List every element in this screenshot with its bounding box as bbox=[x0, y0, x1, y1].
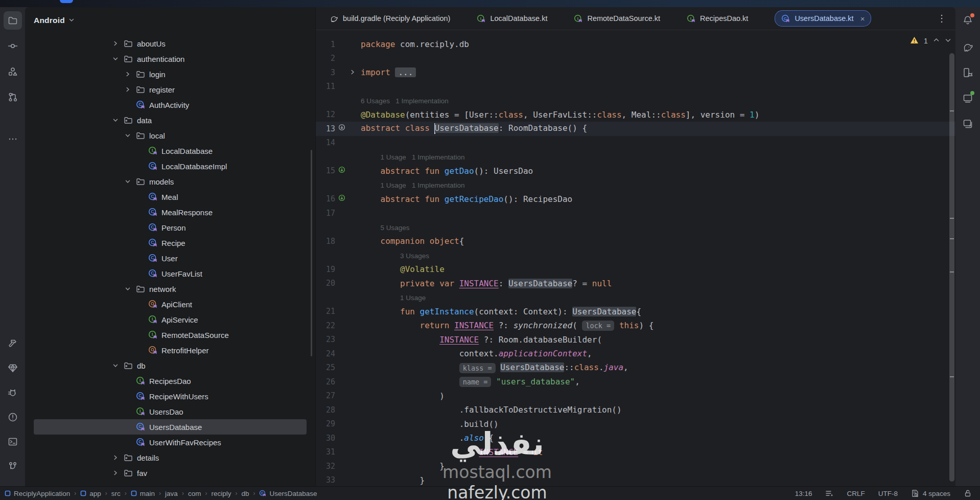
tree-item-UserWithFavRecipes[interactable]: C UserWithFavRecipes bbox=[34, 435, 307, 450]
tool-stripe-project-icon[interactable] bbox=[4, 11, 22, 30]
tree-item-RecipeWithUsers[interactable]: C RecipeWithUsers bbox=[34, 389, 307, 404]
tree-item-LocalDatabaseImpl[interactable]: C LocalDatabaseImpl bbox=[34, 158, 307, 174]
editor-tab-RecipesDao.kt[interactable]: I RecipesDao.kt bbox=[687, 7, 761, 30]
tree-item-AuthActivity[interactable]: C AuthActivity bbox=[34, 97, 307, 112]
editor-tab-build.gradle-Reciply-Application-[interactable]: build.gradle (Reciply Application) bbox=[330, 7, 463, 30]
tool-stripe-problems-icon[interactable] bbox=[4, 408, 22, 426]
line-number: 24 bbox=[316, 349, 335, 358]
status-file-encoding[interactable]: UTF-8 bbox=[878, 490, 898, 497]
tree-item-UserFavList[interactable]: C UserFavList bbox=[34, 266, 307, 281]
usages-inlay-hint[interactable]: 3 Usages bbox=[316, 248, 955, 263]
status-indent-size[interactable]: 4 spaces bbox=[911, 489, 950, 497]
usages-inlay-hint[interactable]: 5 Usages bbox=[316, 220, 955, 235]
breadcrumb-item-UsersDatabase[interactable]: C UsersDatabase bbox=[259, 490, 317, 497]
breadcrumb-item-main[interactable]: main bbox=[131, 490, 155, 497]
tool-stripe-version-control-icon[interactable] bbox=[4, 457, 22, 475]
tree-item-Meal[interactable]: C Meal bbox=[34, 189, 307, 204]
chevron-down-icon[interactable] bbox=[124, 177, 132, 186]
tool-stripe-device-manager-icon[interactable] bbox=[959, 63, 977, 82]
tree-item-register[interactable]: register bbox=[34, 82, 307, 97]
breadcrumb-item-ReciplyApplication[interactable]: ReciplyApplication bbox=[5, 490, 70, 497]
editor-tab-RemoteDataSource.kt[interactable]: I RemoteDataSource.kt bbox=[574, 7, 673, 30]
status-caret-position[interactable]: 13:16 bbox=[795, 490, 812, 497]
breadcrumb-item-com[interactable]: com bbox=[188, 490, 201, 497]
tool-stripe-terminal-icon[interactable] bbox=[4, 433, 22, 451]
tree-item-login[interactable]: login bbox=[34, 66, 307, 82]
chevron-down-icon[interactable] bbox=[111, 361, 120, 370]
tree-item-Person[interactable]: C Person bbox=[34, 220, 307, 235]
tab-options-kebab-icon[interactable]: ⋮ bbox=[937, 14, 946, 23]
tool-stripe-notifications-icon[interactable] bbox=[959, 11, 977, 30]
tool-stripe-gradle-icon[interactable] bbox=[959, 38, 977, 56]
folded-imports[interactable]: ... bbox=[395, 67, 416, 77]
implemented-marker-icon[interactable] bbox=[338, 166, 346, 176]
implementations-marker-icon[interactable] bbox=[338, 124, 346, 133]
tree-item-details[interactable]: details bbox=[34, 450, 307, 465]
usages-inlay-hint[interactable]: 1 Usage bbox=[316, 290, 955, 305]
tree-item-fav[interactable]: fav bbox=[34, 465, 307, 481]
status-write-access[interactable] bbox=[964, 489, 972, 497]
tree-item-network[interactable]: network bbox=[34, 281, 307, 297]
chevron-right-icon[interactable] bbox=[124, 85, 132, 94]
tree-item-MealResponse[interactable]: C MealResponse bbox=[34, 204, 307, 220]
tree-item-data[interactable]: data bbox=[34, 112, 307, 128]
tool-stripe-more-tool-windows-icon[interactable] bbox=[4, 130, 22, 148]
project-tree-scrollbar[interactable] bbox=[311, 150, 312, 356]
close-icon[interactable]: × bbox=[860, 14, 865, 23]
next-problem-icon[interactable] bbox=[945, 37, 951, 45]
prev-problem-icon[interactable] bbox=[933, 37, 940, 45]
tree-item-models[interactable]: models bbox=[34, 174, 307, 189]
tree-item-aboutUs[interactable]: aboutUs bbox=[34, 36, 307, 51]
breadcrumb-item-reciply[interactable]: reciply bbox=[211, 490, 231, 497]
code-editor[interactable]: 1package com.reciply.db23import ...116 U… bbox=[316, 30, 955, 487]
chevron-down-icon[interactable] bbox=[111, 116, 120, 124]
tree-item-UsersDatabase[interactable]: C UsersDatabase bbox=[34, 419, 307, 435]
chevron-down-icon[interactable] bbox=[124, 285, 132, 293]
tree-item-label: UsersDatabase bbox=[149, 423, 202, 431]
tree-item-UsersDao[interactable]: I UsersDao bbox=[34, 404, 307, 419]
implemented-marker-icon[interactable] bbox=[338, 194, 346, 204]
tree-item-RemoteDataSource[interactable]: I RemoteDataSource bbox=[34, 327, 307, 343]
tree-item-db[interactable]: db bbox=[34, 358, 307, 373]
tree-item-authentication[interactable]: authentication bbox=[34, 51, 307, 66]
tool-stripe-app-quality-insights-icon[interactable] bbox=[4, 359, 22, 377]
chevron-right-icon[interactable] bbox=[124, 70, 132, 78]
tool-stripe-resource-manager-icon[interactable] bbox=[4, 62, 22, 81]
usages-inlay-hint[interactable]: 1 Usage 1 Implementation bbox=[316, 178, 955, 192]
tool-stripe-running-devices-icon[interactable] bbox=[959, 89, 977, 107]
editor-scrollbar[interactable] bbox=[949, 53, 954, 482]
tree-item-ApiClient[interactable]: O ApiClient bbox=[34, 297, 307, 312]
tool-stripe-pull-requests-icon[interactable] bbox=[4, 88, 22, 106]
tool-stripe-build-icon[interactable] bbox=[4, 334, 22, 353]
tree-item-User[interactable]: C User bbox=[34, 251, 307, 266]
tree-item-Recipe[interactable]: C Recipe bbox=[34, 235, 307, 251]
inspections-widget[interactable]: 1 bbox=[910, 36, 951, 46]
chevron-down-icon[interactable] bbox=[111, 55, 120, 63]
chevron-down-icon[interactable] bbox=[124, 131, 132, 140]
status-indent-options[interactable] bbox=[825, 489, 833, 497]
status-line-separator[interactable]: CRLF bbox=[847, 490, 865, 497]
tree-item-local[interactable]: local bbox=[34, 128, 307, 143]
chevron-right-icon[interactable] bbox=[111, 469, 120, 477]
breadcrumb-item-src[interactable]: src bbox=[111, 490, 121, 497]
tree-item-LocalDatabase[interactable]: I LocalDatabase bbox=[34, 143, 307, 158]
tool-stripe-profiler-icon[interactable] bbox=[4, 383, 22, 402]
tree-item-RecipesDao[interactable]: I RecipesDao bbox=[34, 373, 307, 389]
breadcrumb-item-java[interactable]: java bbox=[165, 490, 178, 497]
breadcrumb-item-db[interactable]: db bbox=[241, 490, 249, 497]
tool-stripe-gemini-icon[interactable] bbox=[959, 115, 977, 133]
tree-item-RetrofitHelper[interactable]: O RetrofitHelper bbox=[34, 343, 307, 358]
editor-tab-LocalDatabase.kt[interactable]: I LocalDatabase.kt bbox=[477, 7, 561, 30]
tool-stripe-commit-icon[interactable] bbox=[4, 37, 22, 55]
tree-item-ApiService[interactable]: I ApiService bbox=[34, 312, 307, 327]
breadcrumb-item-app[interactable]: app bbox=[80, 490, 101, 497]
project-view-selector[interactable]: Android bbox=[25, 7, 315, 34]
usages-inlay-hint[interactable]: 6 Usages 1 Implementation bbox=[316, 94, 955, 108]
fold-chevron-icon[interactable] bbox=[349, 68, 356, 77]
editor-tab-UsersDatabase.kt[interactable]: C UsersDatabase.kt× bbox=[775, 10, 871, 27]
folder-icon bbox=[124, 453, 133, 462]
usages-inlay-hint[interactable]: 1 Usage 1 Implementation bbox=[316, 150, 955, 164]
chevron-right-icon[interactable] bbox=[111, 39, 120, 48]
chevron-right-icon[interactable] bbox=[111, 453, 120, 462]
interface-icon: I bbox=[148, 146, 157, 155]
